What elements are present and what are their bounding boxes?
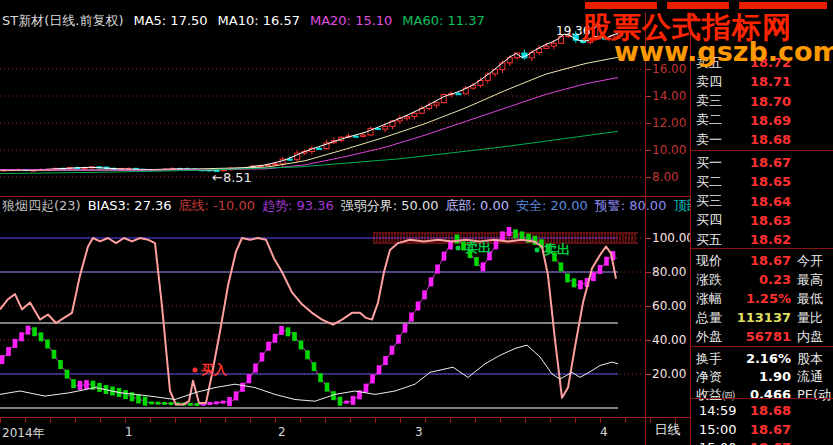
price-axis-tick <box>646 96 651 97</box>
text-segment: 趋势: 93.36 <box>262 198 334 213</box>
month-label: 1 <box>125 425 133 439</box>
tick-row: 15:0018.67 <box>691 420 833 439</box>
tick-time: 14:59 <box>691 403 736 418</box>
panel-separator <box>691 150 833 151</box>
bid-row-2-price: 18.65 <box>750 174 791 189</box>
info-row: 换手2.16%股本 <box>691 349 833 368</box>
bid-row-2: 买二18.65 <box>691 172 833 191</box>
watermark-bar <box>585 2 657 9</box>
text-segment: MA60: 11.37 <box>402 13 484 28</box>
bid-row-1-label: 买一 <box>691 154 722 172</box>
price-axis-tick <box>646 123 651 124</box>
ask-row-3-label: 卖三 <box>691 92 722 110</box>
bid-row-5-label: 买五 <box>691 231 722 249</box>
ask-row-1-label: 卖一 <box>691 131 722 149</box>
info-row: 现价18.67今开 <box>691 251 833 270</box>
ask-row-5-price: 18.72 <box>750 55 791 70</box>
indicator-axis-label: 80.00 <box>652 265 686 279</box>
info-row: 涨跌0.23最高 <box>691 270 833 289</box>
text-segment: 狼烟四起(23) <box>2 198 81 213</box>
low-price-annotation: ←8.51 <box>212 170 252 185</box>
tick-row: 14:5918.68 <box>691 401 833 420</box>
tick-price: 18.67 <box>750 440 791 445</box>
price-axis-tick <box>646 177 651 178</box>
text-segment: 强弱分界: 50.00 <box>341 198 439 213</box>
indicator-axis-tick <box>646 272 651 273</box>
ask-row-5: 卖五18.72 <box>691 53 833 72</box>
price-axis-tick <box>646 150 651 151</box>
indicator-axis-label: 100.00 <box>652 231 694 245</box>
info-row: 外盘56781内盘 <box>691 327 833 346</box>
panel-separator <box>691 346 833 347</box>
price-axis-label: 16.00 <box>652 62 686 76</box>
info-row-label2: 最低 <box>797 290 833 308</box>
info-row-label: 净资 <box>691 368 722 386</box>
watermark-bar <box>667 2 729 9</box>
info-row-label: 涨跌 <box>691 271 722 289</box>
ask-row-3-price: 18.70 <box>750 94 791 109</box>
time-axis: 2014年 1234 <box>0 417 690 445</box>
peak-price-annotation: 19.36 <box>556 24 590 38</box>
bid-row-4: 买四18.63 <box>691 211 833 230</box>
info-row-price: 18.67 <box>750 253 791 268</box>
bid-row-2-label: 买二 <box>691 173 722 191</box>
text-segment: 预警: 80.00 <box>595 198 667 213</box>
ask-row-1-price: 18.68 <box>750 132 791 147</box>
main-price-chart[interactable]: 19.36←8.51 <box>0 12 645 198</box>
quote-panel: 卖五18.72卖四18.71卖三18.70卖二18.69卖一18.68买一18.… <box>690 12 833 445</box>
ask-row-4-price: 18.71 <box>750 74 791 89</box>
period-button[interactable]: 日线 <box>646 420 689 444</box>
indicator-axis-label: 20.00 <box>652 367 686 381</box>
text-segment: MA20: 15.10 <box>310 13 392 28</box>
bid-row-1-price: 18.67 <box>750 155 791 170</box>
info-row: 涨幅1.25%最低 <box>691 289 833 308</box>
indicator-title-bar: 狼烟四起(23)BIAS3: 27.36底线: -10.00趋势: 93.36强… <box>2 197 760 215</box>
indicator-chart[interactable]: 买入卖出卖出 <box>0 213 645 415</box>
ask-row-2-label: 卖二 <box>691 111 722 129</box>
indicator-axis-tick <box>646 340 651 341</box>
price-axis-tick <box>646 69 651 70</box>
info-row-price: 56781 <box>746 329 791 344</box>
indicator-axis-label: 40.00 <box>652 333 686 347</box>
signal-label: 卖出 <box>544 242 570 257</box>
indicator-axis-label: 60.00 <box>652 299 686 313</box>
info-row-label2: 今开 <box>797 252 833 270</box>
text-segment: 底线: -10.00 <box>179 198 255 213</box>
tick-time: 15:00 <box>691 440 736 445</box>
text-segment: ST新材(日线.前复权) <box>2 13 123 28</box>
tick-price: 18.68 <box>750 403 791 418</box>
ask-row-1: 卖一18.68 <box>691 130 833 149</box>
ask-row-4: 卖四18.71 <box>691 72 833 91</box>
info-row-label2: 最高 <box>797 271 833 289</box>
bid-row-4-price: 18.63 <box>750 213 791 228</box>
info-row-price: 2.16% <box>746 351 791 366</box>
info-row: 总量113137量比 <box>691 308 833 327</box>
bid-row-4-label: 买四 <box>691 211 722 229</box>
info-row-label: 现价 <box>691 252 722 270</box>
chart-title-bar: ST新材(日线.前复权)MA5: 17.50MA10: 16.57MA20: 1… <box>2 12 495 30</box>
watermark-bar <box>739 2 827 9</box>
price-axis-label: 8.00 <box>652 170 679 184</box>
indicator-axis-tick <box>646 306 651 307</box>
price-axis-label: 12.00 <box>652 116 686 130</box>
text-segment: 底部: 0.00 <box>445 198 508 213</box>
bid-row-3-price: 18.64 <box>750 194 791 209</box>
month-label: 3 <box>415 425 423 439</box>
tick-price: 18.67 <box>750 422 791 437</box>
text-segment: MA5: 17.50 <box>133 13 207 28</box>
time-axis-ticks <box>0 418 690 423</box>
info-row-price: 1.25% <box>746 291 791 306</box>
bid-row-1: 买一18.67 <box>691 153 833 172</box>
indicator-axis-tick <box>646 238 651 239</box>
bid-row-3-label: 买三 <box>691 192 722 210</box>
bid-row-3: 买三18.64 <box>691 192 833 211</box>
panel-separator <box>691 248 833 249</box>
ask-row-4-label: 卖四 <box>691 73 722 91</box>
price-axis-label: 10.00 <box>652 143 686 157</box>
info-row-label: 换手 <box>691 350 722 368</box>
stock-app-window: ST新材(日线.前复权)MA5: 17.50MA10: 16.57MA20: 1… <box>0 0 833 445</box>
info-row-label: 总量 <box>691 309 722 327</box>
info-row: 净资1.90流通 <box>691 367 833 386</box>
ask-row-5-label: 卖五 <box>691 54 722 72</box>
month-label: 4 <box>600 425 608 439</box>
